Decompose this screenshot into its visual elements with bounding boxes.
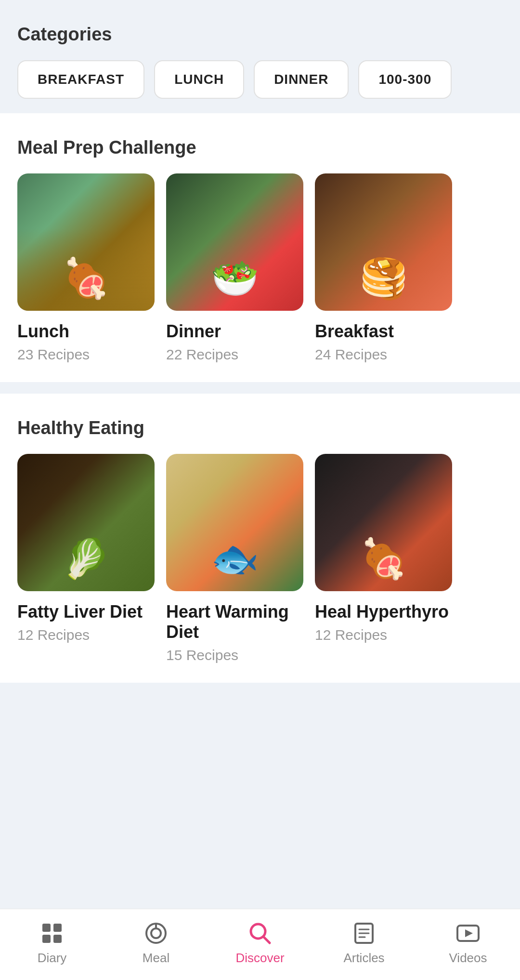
category-dinner[interactable]: DINNER — [254, 60, 349, 99]
recipe-count-fatty-liver: 12 Recipes — [17, 627, 155, 643]
healthy-eating-section: Healthy Eating Fatty Liver Diet 12 Recip… — [0, 394, 520, 683]
recipe-title-fatty-liver: Fatty Liver Diet — [17, 602, 155, 622]
recipe-card-heart-warming[interactable]: Heart Warming Diet 15 Recipes — [166, 454, 303, 663]
recipe-card-heal-hyper[interactable]: Heal Hyperthyro 12 Recipes — [315, 454, 452, 663]
categories-title: Categories — [17, 24, 503, 45]
discover-icon — [247, 921, 273, 946]
recipe-count-dinner: 22 Recipes — [166, 346, 303, 363]
meal-prep-row: Lunch 23 Recipes Dinner 22 Recipes Break… — [17, 173, 503, 363]
svg-point-5 — [151, 928, 161, 938]
recipe-image-fatty-liver — [17, 454, 155, 591]
categories-section: Categories BREAKFAST LUNCH DINNER 100-30… — [0, 0, 520, 113]
category-breakfast[interactable]: BREAKFAST — [17, 60, 144, 99]
nav-articles-label: Articles — [343, 951, 384, 966]
nav-discover-label: Discover — [235, 951, 284, 966]
recipe-card-fatty-liver[interactable]: Fatty Liver Diet 12 Recipes — [17, 454, 155, 663]
page-content: Categories BREAKFAST LUNCH DINNER 100-30… — [0, 0, 520, 750]
categories-row: BREAKFAST LUNCH DINNER 100-300 — [17, 60, 503, 99]
healthy-eating-row: Fatty Liver Diet 12 Recipes Heart Warmin… — [17, 454, 503, 663]
meal-icon — [143, 921, 169, 946]
recipe-image-dinner — [166, 173, 303, 311]
recipe-title-dinner: Dinner — [166, 321, 303, 342]
svg-line-8 — [263, 937, 270, 943]
recipe-card-breakfast[interactable]: Breakfast 24 Recipes — [315, 173, 452, 363]
svg-rect-3 — [53, 935, 62, 943]
meal-prep-section: Meal Prep Challenge Lunch 23 Recipes Din… — [0, 113, 520, 382]
svg-rect-1 — [53, 924, 62, 932]
recipe-image-lunch — [17, 173, 155, 311]
category-calories[interactable]: 100-300 — [358, 60, 452, 99]
recipe-title-heart-warming: Heart Warming Diet — [166, 602, 303, 642]
bottom-nav: Diary Meal Discover Articles Videos — [0, 909, 520, 980]
recipe-title-breakfast: Breakfast — [315, 321, 452, 342]
recipe-title-heal-hyper: Heal Hyperthyro — [315, 602, 452, 622]
nav-discover[interactable]: Discover — [226, 921, 294, 966]
nav-videos-label: Videos — [449, 951, 487, 966]
nav-diary-label: Diary — [38, 951, 67, 966]
category-lunch[interactable]: LUNCH — [154, 60, 244, 99]
recipe-count-heal-hyper: 12 Recipes — [315, 627, 452, 643]
articles-icon — [351, 921, 377, 946]
recipe-count-lunch: 23 Recipes — [17, 346, 155, 363]
recipe-title-lunch: Lunch — [17, 321, 155, 342]
meal-prep-title: Meal Prep Challenge — [17, 137, 503, 158]
recipe-count-heart-warming: 15 Recipes — [166, 647, 303, 663]
svg-marker-14 — [465, 929, 473, 937]
nav-diary[interactable]: Diary — [18, 921, 86, 966]
nav-meal[interactable]: Meal — [122, 921, 190, 966]
nav-videos[interactable]: Videos — [434, 921, 502, 966]
recipe-image-heart-warming — [166, 454, 303, 591]
recipe-image-breakfast — [315, 173, 452, 311]
nav-meal-label: Meal — [143, 951, 169, 966]
nav-articles[interactable]: Articles — [330, 921, 398, 966]
svg-rect-2 — [42, 935, 51, 943]
recipe-image-heal-hyper — [315, 454, 452, 591]
recipe-count-breakfast: 24 Recipes — [315, 346, 452, 363]
svg-rect-0 — [42, 924, 51, 932]
diary-icon — [39, 921, 65, 946]
recipe-card-lunch[interactable]: Lunch 23 Recipes — [17, 173, 155, 363]
recipe-card-dinner[interactable]: Dinner 22 Recipes — [166, 173, 303, 363]
videos-icon — [455, 921, 481, 946]
healthy-eating-title: Healthy Eating — [17, 418, 503, 438]
